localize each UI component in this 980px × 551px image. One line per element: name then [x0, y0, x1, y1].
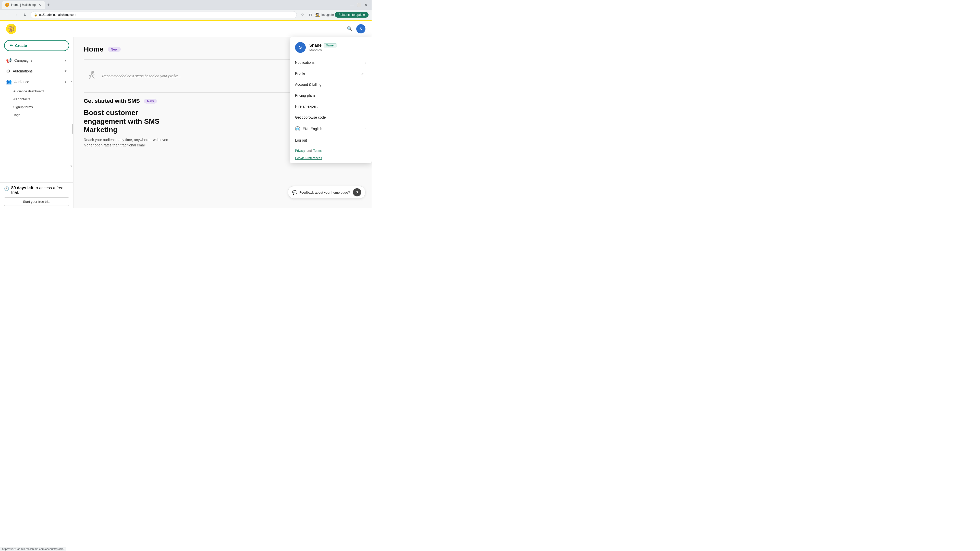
sidebar-item-campaigns[interactable]: 📢 Campaigns ▼ [4, 55, 69, 66]
start-trial-button[interactable]: Start your free trial [4, 197, 69, 206]
cookie-preferences-link[interactable]: Cookie Preferences [295, 156, 322, 160]
notifications-chevron: › [366, 61, 366, 65]
lang-chevron: › [366, 127, 366, 131]
privacy-link[interactable]: Privacy [295, 149, 305, 152]
account-billing-label: Account & billing [295, 83, 321, 86]
dropdown-item-account-billing[interactable]: Account & billing [290, 79, 372, 90]
scroll-up-indicator: ▲ [69, 79, 73, 83]
dropdown-user-name: Shane [309, 43, 321, 48]
cobrowse-label: Get cobrowse code [295, 115, 326, 119]
incognito-label: Incognito [321, 13, 334, 17]
help-button[interactable]: ? [353, 188, 361, 197]
campaigns-label: Campaigns [14, 59, 32, 62]
user-menu-button[interactable]: S [356, 24, 366, 33]
audience-icon: 👥 [6, 79, 12, 85]
lock-icon: 🔒 [34, 13, 38, 17]
feedback-bar[interactable]: 💬 Feedback about your home page? ? [288, 186, 366, 199]
maximize-button[interactable]: ⬜ [357, 3, 361, 7]
dropdown-footer: Privacy and Terms [290, 146, 372, 156]
dropdown-item-hire-expert[interactable]: Hire an expert [290, 101, 372, 112]
window-controls: — ⬜ ✕ [350, 3, 369, 7]
automations-chevron: ▼ [64, 69, 67, 73]
dropdown-item-notifications[interactable]: Notifications › [290, 57, 372, 68]
automations-label: Automations [13, 69, 33, 73]
page-title: Home [84, 45, 103, 53]
tab-close-button[interactable]: ✕ [38, 3, 42, 7]
brand-logo[interactable]: 🐒 [6, 24, 16, 34]
globe-icon: 🌐 [295, 126, 300, 131]
sidebar-item-audience[interactable]: 👥 Audience ▲ [4, 76, 69, 87]
recommendation-text: Recommended next steps based on your pro… [102, 74, 181, 78]
dropdown-item-pricing-plans[interactable]: Pricing plans [290, 90, 372, 101]
sidebar-scroll: ✏ Create 📢 Campaigns ▼ ⚙ Automations ▼ 👥… [0, 37, 73, 183]
address-actions: ☆ ⊡ 🕵 Incognito Relaunch to update [299, 11, 369, 18]
sms-subtitle: Reach your audience any time, anywhere—w… [84, 137, 211, 148]
notifications-label: Notifications [295, 60, 314, 65]
pricing-plans-label: Pricing plans [295, 94, 315, 97]
footer-and: and [307, 149, 312, 152]
user-dropdown-menu: S Shane Owner Moodjoy Notifications › Pr… [290, 37, 372, 163]
address-bar: ← → ↻ 🔒 us21.admin.mailchimp.com ☆ ⊡ 🕵 I… [0, 10, 372, 20]
dropdown-avatar: S [295, 42, 306, 53]
dropdown-item-cobrowse[interactable]: Get cobrowse code [290, 112, 372, 123]
dropdown-org-name: Moodjoy [309, 48, 366, 52]
campaigns-chevron: ▼ [64, 59, 67, 62]
forward-button[interactable]: → [12, 11, 19, 18]
tab-title: Home | Mailchimp [11, 3, 36, 6]
trial-info: 🕐 89 days left to access a free trial. [4, 186, 69, 195]
lang-label: EN | English [303, 127, 322, 131]
search-button[interactable]: 🔍 [345, 24, 354, 33]
dropdown-user-header: S Shane Owner Moodjoy [290, 37, 372, 57]
sidebar-subitem-signup-forms[interactable]: Signup forms [4, 103, 69, 111]
logout-label: Log out [295, 138, 307, 142]
feedback-icon: 💬 [292, 190, 298, 195]
relaunch-button[interactable]: Relaunch to update [335, 12, 369, 17]
recommendation-icon [84, 69, 98, 83]
clock-icon: 🕐 [4, 186, 9, 191]
dropdown-footer-2: Cookie Preferences [290, 156, 372, 163]
create-label: Create [15, 43, 27, 48]
dropdown-user-info: Shane Owner Moodjoy [309, 43, 366, 52]
browser-chrome: 🐒 Home | Mailchimp ✕ + — ⬜ ✕ ← → ↻ 🔒 us2… [0, 0, 372, 20]
audience-label: Audience [14, 80, 29, 84]
audience-chevron: ▲ [64, 80, 67, 84]
dropdown-item-language[interactable]: 🌐 EN | English › [290, 123, 372, 135]
close-button[interactable]: ✕ [364, 3, 368, 7]
automations-icon: ⚙ [6, 68, 10, 74]
sidebar-subitem-tags[interactable]: Tags [4, 111, 69, 119]
sms-new-badge: New [144, 99, 157, 103]
incognito-indicator: 🕵 Incognito [315, 13, 334, 17]
dropdown-item-profile[interactable]: Profile ☞ [290, 68, 372, 79]
svg-point-0 [91, 71, 94, 74]
page-new-badge: New [108, 47, 121, 52]
bookmark-button[interactable]: ☆ [299, 11, 306, 18]
profile-label: Profile [295, 71, 305, 76]
sidebar-subitem-audience-dashboard[interactable]: Audience dashboard [4, 87, 69, 95]
campaigns-icon: 📢 [6, 58, 12, 63]
create-button[interactable]: ✏ Create [4, 40, 69, 51]
sidebar-item-automations[interactable]: ⚙ Automations ▼ [4, 66, 69, 76]
sidebar-footer: 🕐 89 days left to access a free trial. S… [0, 183, 73, 208]
browser-tab-active[interactable]: 🐒 Home | Mailchimp ✕ [2, 1, 45, 9]
app-header: 🐒 🔍 S [0, 21, 372, 37]
pencil-icon: ✏ [10, 43, 13, 48]
sidebar-scrollbar [72, 124, 73, 134]
feedback-text: Feedback about your home page? [299, 191, 350, 194]
tab-bar: 🐒 Home | Mailchimp ✕ + — ⬜ ✕ [0, 0, 372, 10]
sms-title: Get started with SMS [84, 98, 140, 104]
hire-expert-label: Hire an expert [295, 104, 318, 108]
minimize-button[interactable]: — [350, 3, 354, 7]
app-container: 🐒 🔍 S ✏ Create 📢 Campaigns ▼ ⚙ [0, 21, 372, 208]
dropdown-name-row: Shane Owner [309, 43, 366, 48]
terms-link[interactable]: Terms [313, 149, 321, 152]
new-tab-button[interactable]: + [45, 1, 52, 8]
url-bar[interactable]: 🔒 us21.admin.mailchimp.com [30, 11, 297, 18]
dropdown-item-logout[interactable]: Log out [290, 135, 372, 146]
refresh-button[interactable]: ↻ [21, 11, 29, 18]
dropdown-owner-badge: Owner [324, 43, 337, 48]
sidebar: ✏ Create 📢 Campaigns ▼ ⚙ Automations ▼ 👥… [0, 37, 73, 208]
scroll-down-indicator: ▼ [69, 164, 73, 168]
split-view-button[interactable]: ⊡ [307, 11, 314, 18]
sidebar-subitem-all-contacts[interactable]: All contacts [4, 95, 69, 103]
back-button[interactable]: ← [3, 11, 10, 18]
